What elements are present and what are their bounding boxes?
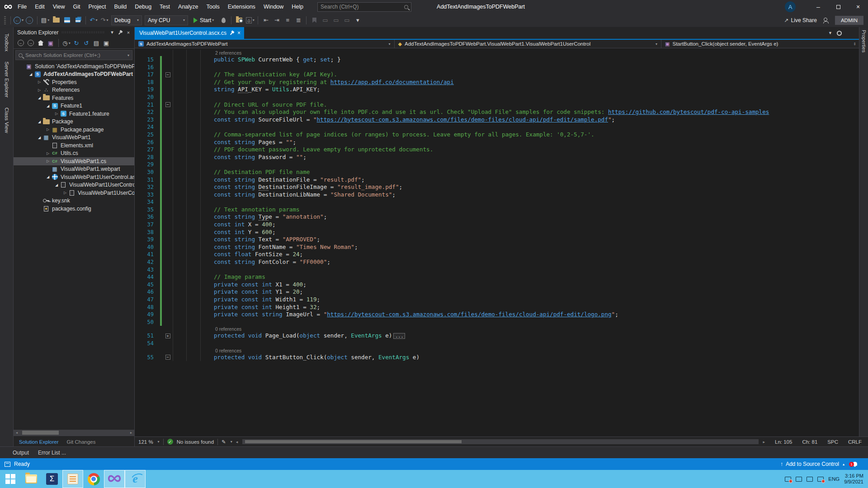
code-line[interactable]: 32 const string DestinationFileImage = "…: [135, 183, 861, 191]
tray-volume-icon[interactable]: [817, 477, 824, 482]
code-line[interactable]: 19 string API_KEY = Utils.API_KEY;: [135, 86, 861, 94]
navigate-forward-icon[interactable]: ⇥: [272, 15, 282, 25]
tree-item[interactable]: ▷C#Utils.cs: [14, 150, 134, 158]
code-line[interactable]: 47 private const int Width1 = 119;: [135, 296, 861, 304]
nav-back-icon[interactable]: ←▾: [14, 15, 24, 25]
collapsed-arrow-icon[interactable]: ▷: [36, 80, 42, 84]
issues-status[interactable]: No issues found: [177, 439, 214, 445]
solution-explorer-search-box[interactable]: Search Solution Explorer (Ctrl+;) ▾: [15, 50, 132, 60]
side-tab-toolbox[interactable]: Toolbox: [4, 33, 9, 52]
menu-window[interactable]: Window: [259, 2, 288, 12]
tray-network-icon[interactable]: [807, 477, 813, 482]
column-indicator[interactable]: Ch: 81: [802, 439, 817, 445]
taskbar-sigma-app-icon[interactable]: Σ: [42, 470, 62, 488]
taskbar-files-app-icon[interactable]: [62, 470, 83, 488]
tree-item[interactable]: ▦VisualWebPart1.webpart: [14, 165, 134, 174]
tree-item[interactable]: ◢SFeature1: [14, 102, 134, 110]
menu-view[interactable]: View: [49, 2, 69, 12]
code-line[interactable]: 20: [135, 94, 861, 101]
panel-tab-solution-explorer[interactable]: Solution Explorer: [15, 437, 62, 446]
tree-item[interactable]: ◢Features: [14, 94, 134, 102]
menu-extensions[interactable]: Extensions: [224, 2, 259, 12]
se-collapse-all-icon[interactable]: ▤: [92, 38, 101, 47]
tree-item[interactable]: ◢Package: [14, 118, 134, 126]
expanded-arrow-icon[interactable]: ◢: [45, 175, 51, 179]
se-properties-icon[interactable]: ▣: [102, 38, 111, 47]
open-folder-icon[interactable]: [51, 15, 61, 25]
scroll-left-icon[interactable]: ◂: [14, 431, 20, 435]
code-line[interactable]: 21− // Direct URL of source PDF file.: [135, 101, 861, 109]
expanded-arrow-icon[interactable]: ◢: [36, 96, 42, 100]
eol-indicator[interactable]: CRLF: [848, 439, 862, 445]
tree-item[interactable]: ◢SAddTextAndImagesToPDFWebPart: [14, 70, 134, 79]
code-line[interactable]: 31 const string DestinationFile = "resul…: [135, 176, 861, 184]
code-line[interactable]: 28 const string Password = "";: [135, 154, 861, 161]
document-tab-active[interactable]: VisualWebPart1UserControl.ascx.cs ×: [135, 27, 244, 39]
code-line[interactable]: 25 // Comma-separated list of page indic…: [135, 131, 861, 139]
language-indicator[interactable]: ENG: [828, 476, 840, 482]
uncomment-selection-icon[interactable]: ▭: [331, 15, 341, 25]
tree-item[interactable]: ▷VisualWebPart1UserContro: [14, 189, 134, 197]
spaces-indicator[interactable]: SPC: [827, 439, 838, 445]
redo-icon[interactable]: ↷▾: [99, 15, 109, 25]
code-line[interactable]: 49 private const string ImageUrl = "http…: [135, 311, 861, 319]
code-line[interactable]: 40 const string FontName = "Times New Ro…: [135, 244, 861, 251]
menu-edit[interactable]: Edit: [31, 2, 49, 12]
se-pending-changes-filter-icon[interactable]: ◷▾: [62, 38, 71, 47]
account-avatar[interactable]: A: [785, 1, 796, 12]
code-line[interactable]: 27 // PDF document password. Leave empty…: [135, 146, 861, 154]
code-line[interactable]: 50: [135, 319, 861, 326]
panel-drag-area[interactable]: [62, 31, 104, 33]
split-window-icon[interactable]: ⇕: [853, 42, 856, 46]
menu-analyze[interactable]: Analyze: [174, 2, 202, 12]
code-line[interactable]: 42 const string FontColor = "FF0000";: [135, 258, 861, 266]
taskbar-file-explorer-icon[interactable]: [21, 470, 42, 488]
collapsed-arrow-icon[interactable]: ▷: [53, 112, 60, 116]
code-line[interactable]: 26 const string Pages = "";: [135, 139, 861, 146]
live-share-button[interactable]: ↗ Live Share: [784, 17, 817, 23]
tray-windows-icon[interactable]: [796, 477, 802, 482]
code-line[interactable]: 18 // Get your own by registering at htt…: [135, 79, 861, 86]
se-close-icon[interactable]: ×: [124, 28, 132, 37]
toggle-bookmark-icon[interactable]: ▭: [342, 15, 352, 25]
taskbar-internet-explorer-icon[interactable]: e: [125, 470, 146, 488]
menu-file[interactable]: File: [14, 2, 31, 12]
taskbar-start-button[interactable]: [0, 470, 21, 488]
feedback-icon[interactable]: [823, 18, 829, 23]
quick-search-box[interactable]: Search (Ctrl+Q): [317, 2, 411, 12]
code-line[interactable]: 55− protected void StartButton_Click(obj…: [135, 354, 861, 361]
editor-hscrollbar[interactable]: [242, 439, 758, 444]
code-line[interactable]: 46 private const int Y1 = 20;: [135, 288, 861, 296]
taskbar-visual-studio-icon[interactable]: [104, 470, 125, 488]
menu-test[interactable]: Test: [156, 2, 174, 12]
fold-toggle-icon[interactable]: −: [165, 72, 170, 77]
tab-error-list[interactable]: Error List ...: [38, 450, 66, 456]
tree-item[interactable]: ◢VisualWebPart1UserControl.ascx: [14, 173, 134, 181]
chevron-down-icon[interactable]: ▼: [828, 31, 832, 35]
find-in-files-icon[interactable]: [234, 15, 244, 25]
code-line[interactable]: 15 public SPWeb CurrentWeb { get; set; }: [135, 56, 861, 64]
code-line[interactable]: 33 const string DestinationLibName = "Sh…: [135, 191, 861, 199]
expanded-arrow-icon[interactable]: ◢: [36, 136, 42, 140]
bookmark-icon[interactable]: [309, 15, 319, 25]
scroll-right-icon[interactable]: ▸: [763, 440, 765, 444]
solution-configurations-dropdown[interactable]: Debug▾: [111, 15, 142, 25]
menu-project[interactable]: Project: [85, 2, 110, 12]
line-indicator[interactable]: Ln: 105: [775, 439, 792, 445]
zoom-level[interactable]: 121 %: [138, 439, 153, 445]
se-pin-icon[interactable]: [116, 28, 124, 37]
breadcrumb-method[interactable]: ▣ StartButton_Click(object sender, Event…: [661, 40, 850, 48]
fold-toggle-icon[interactable]: −: [165, 355, 170, 360]
collapsed-arrow-icon[interactable]: ▷: [36, 88, 42, 92]
notifications-button[interactable]: 1: [853, 461, 857, 467]
pin-icon[interactable]: [229, 30, 235, 36]
tree-item[interactable]: Elements.xml: [14, 141, 134, 150]
code-line[interactable]: 41 const float FontSize = 24;: [135, 251, 861, 258]
code-line[interactable]: 48 private const int Height1 = 32;: [135, 304, 861, 311]
code-line[interactable]: 35 // Text annotation params: [135, 206, 861, 214]
menu-git[interactable]: Git: [69, 2, 85, 12]
code-line[interactable]: 30 // Destination PDF file name: [135, 169, 861, 176]
toolbar-overflow-icon[interactable]: ▾: [353, 15, 363, 25]
code-line[interactable]: 36 const string Type = "annotation";: [135, 213, 861, 221]
chevron-down-icon[interactable]: ▾: [231, 440, 232, 444]
